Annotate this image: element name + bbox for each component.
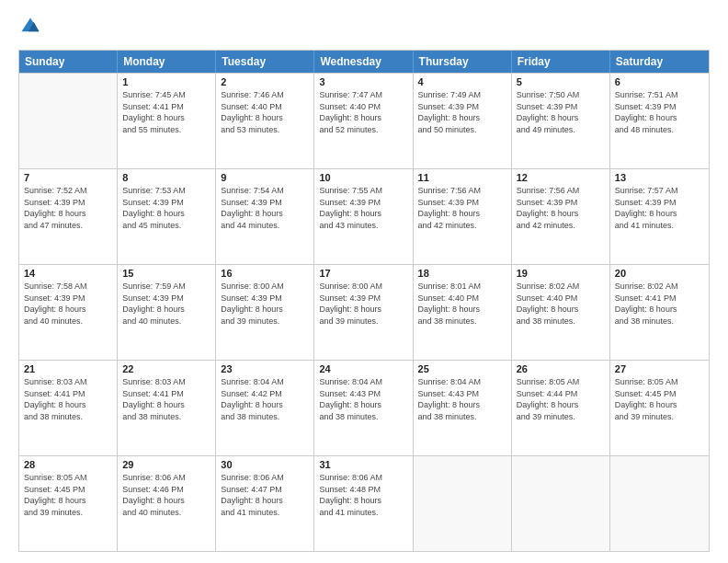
day-info: Sunrise: 8:04 AM Sunset: 4:42 PM Dayligh… xyxy=(221,376,309,422)
day-number: 25 xyxy=(418,363,506,374)
day-info: Sunrise: 7:54 AM Sunset: 4:39 PM Dayligh… xyxy=(221,185,309,231)
day-number: 11 xyxy=(418,172,506,183)
day-info: Sunrise: 7:53 AM Sunset: 4:39 PM Dayligh… xyxy=(122,185,210,231)
day-info: Sunrise: 8:05 AM Sunset: 4:45 PM Dayligh… xyxy=(615,376,704,422)
day-info: Sunrise: 7:55 AM Sunset: 4:39 PM Dayligh… xyxy=(319,185,407,231)
calendar-cell: 28Sunrise: 8:05 AM Sunset: 4:45 PM Dayli… xyxy=(19,456,118,551)
day-number: 4 xyxy=(418,76,506,87)
calendar-cell: 7Sunrise: 7:52 AM Sunset: 4:39 PM Daylig… xyxy=(19,169,118,264)
day-number: 19 xyxy=(517,268,605,279)
weekday-header-sunday: Sunday xyxy=(19,51,118,73)
calendar-cell: 29Sunrise: 8:06 AM Sunset: 4:46 PM Dayli… xyxy=(118,456,216,551)
day-number: 12 xyxy=(517,172,605,183)
calendar-body: 1Sunrise: 7:45 AM Sunset: 4:41 PM Daylig… xyxy=(19,73,709,551)
weekday-header-thursday: Thursday xyxy=(414,51,512,73)
calendar-cell: 8Sunrise: 7:53 AM Sunset: 4:39 PM Daylig… xyxy=(118,169,216,264)
weekday-header-saturday: Saturday xyxy=(610,51,709,73)
day-number: 6 xyxy=(615,76,704,87)
day-info: Sunrise: 7:58 AM Sunset: 4:39 PM Dayligh… xyxy=(24,281,112,327)
calendar-cell: 30Sunrise: 8:06 AM Sunset: 4:47 PM Dayli… xyxy=(216,456,314,551)
calendar-cell: 20Sunrise: 8:02 AM Sunset: 4:41 PM Dayli… xyxy=(610,265,709,360)
day-info: Sunrise: 7:45 AM Sunset: 4:41 PM Dayligh… xyxy=(122,89,210,135)
day-number: 26 xyxy=(517,363,605,374)
day-info: Sunrise: 7:51 AM Sunset: 4:39 PM Dayligh… xyxy=(615,89,704,135)
day-info: Sunrise: 8:03 AM Sunset: 4:41 PM Dayligh… xyxy=(24,376,112,422)
calendar-cell: 5Sunrise: 7:50 AM Sunset: 4:39 PM Daylig… xyxy=(512,74,610,168)
day-number: 20 xyxy=(615,268,704,279)
day-info: Sunrise: 7:56 AM Sunset: 4:39 PM Dayligh… xyxy=(517,185,605,231)
calendar-cell: 26Sunrise: 8:05 AM Sunset: 4:44 PM Dayli… xyxy=(512,361,610,455)
logo-icon xyxy=(20,17,40,37)
day-info: Sunrise: 7:46 AM Sunset: 4:40 PM Dayligh… xyxy=(221,89,309,135)
day-number: 24 xyxy=(319,363,407,374)
calendar-cell: 9Sunrise: 7:54 AM Sunset: 4:39 PM Daylig… xyxy=(216,169,314,264)
day-number: 2 xyxy=(221,76,309,87)
day-number: 15 xyxy=(122,268,210,279)
day-info: Sunrise: 7:56 AM Sunset: 4:39 PM Dayligh… xyxy=(418,185,506,231)
calendar-row-5: 28Sunrise: 8:05 AM Sunset: 4:45 PM Dayli… xyxy=(19,455,709,551)
day-number: 8 xyxy=(122,172,210,183)
calendar-row-4: 21Sunrise: 8:03 AM Sunset: 4:41 PM Dayli… xyxy=(19,360,709,455)
calendar-header: SundayMondayTuesdayWednesdayThursdayFrid… xyxy=(19,51,709,73)
calendar-cell: 23Sunrise: 8:04 AM Sunset: 4:42 PM Dayli… xyxy=(216,361,314,455)
day-number: 17 xyxy=(319,268,407,279)
day-info: Sunrise: 8:06 AM Sunset: 4:47 PM Dayligh… xyxy=(221,472,309,518)
day-info: Sunrise: 8:02 AM Sunset: 4:40 PM Dayligh… xyxy=(517,281,605,327)
day-number: 7 xyxy=(24,172,112,183)
calendar-cell: 25Sunrise: 8:04 AM Sunset: 4:43 PM Dayli… xyxy=(414,361,512,455)
day-number: 31 xyxy=(319,459,407,470)
day-number: 10 xyxy=(319,172,407,183)
day-number: 13 xyxy=(615,172,704,183)
calendar-cell: 22Sunrise: 8:03 AM Sunset: 4:41 PM Dayli… xyxy=(118,361,216,455)
calendar-cell: 2Sunrise: 7:46 AM Sunset: 4:40 PM Daylig… xyxy=(216,74,314,168)
day-number: 21 xyxy=(24,363,112,374)
day-info: Sunrise: 8:00 AM Sunset: 4:39 PM Dayligh… xyxy=(319,281,407,327)
day-number: 16 xyxy=(221,268,309,279)
calendar-cell: 18Sunrise: 8:01 AM Sunset: 4:40 PM Dayli… xyxy=(414,265,512,360)
calendar-cell: 14Sunrise: 7:58 AM Sunset: 4:39 PM Dayli… xyxy=(19,265,118,360)
calendar-row-3: 14Sunrise: 7:58 AM Sunset: 4:39 PM Dayli… xyxy=(19,264,709,360)
day-info: Sunrise: 8:00 AM Sunset: 4:39 PM Dayligh… xyxy=(221,281,309,327)
day-number: 30 xyxy=(221,459,309,470)
day-info: Sunrise: 8:02 AM Sunset: 4:41 PM Dayligh… xyxy=(615,281,704,327)
weekday-header-wednesday: Wednesday xyxy=(314,51,413,73)
day-number: 5 xyxy=(517,76,605,87)
day-info: Sunrise: 8:05 AM Sunset: 4:44 PM Dayligh… xyxy=(517,376,605,422)
day-number: 27 xyxy=(615,363,704,374)
calendar-cell: 31Sunrise: 8:06 AM Sunset: 4:48 PM Dayli… xyxy=(314,456,413,551)
header xyxy=(18,17,710,40)
day-number: 18 xyxy=(418,268,506,279)
day-number: 23 xyxy=(221,363,309,374)
calendar-cell: 17Sunrise: 8:00 AM Sunset: 4:39 PM Dayli… xyxy=(314,265,413,360)
calendar-cell: 4Sunrise: 7:49 AM Sunset: 4:39 PM Daylig… xyxy=(414,74,512,168)
calendar-cell xyxy=(414,456,512,551)
day-info: Sunrise: 7:52 AM Sunset: 4:39 PM Dayligh… xyxy=(24,185,112,231)
calendar-cell: 6Sunrise: 7:51 AM Sunset: 4:39 PM Daylig… xyxy=(610,74,709,168)
day-info: Sunrise: 7:49 AM Sunset: 4:39 PM Dayligh… xyxy=(418,89,506,135)
day-info: Sunrise: 8:01 AM Sunset: 4:40 PM Dayligh… xyxy=(418,281,506,327)
day-info: Sunrise: 8:04 AM Sunset: 4:43 PM Dayligh… xyxy=(319,376,407,422)
day-info: Sunrise: 8:04 AM Sunset: 4:43 PM Dayligh… xyxy=(418,376,506,422)
weekday-header-monday: Monday xyxy=(118,51,216,73)
calendar-cell: 13Sunrise: 7:57 AM Sunset: 4:39 PM Dayli… xyxy=(610,169,709,264)
day-info: Sunrise: 7:57 AM Sunset: 4:39 PM Dayligh… xyxy=(615,185,704,231)
day-info: Sunrise: 7:47 AM Sunset: 4:40 PM Dayligh… xyxy=(319,89,407,135)
calendar-cell xyxy=(512,456,610,551)
day-number: 3 xyxy=(319,76,407,87)
calendar-cell: 19Sunrise: 8:02 AM Sunset: 4:40 PM Dayli… xyxy=(512,265,610,360)
day-info: Sunrise: 7:59 AM Sunset: 4:39 PM Dayligh… xyxy=(122,281,210,327)
calendar-cell: 3Sunrise: 7:47 AM Sunset: 4:40 PM Daylig… xyxy=(314,74,413,168)
calendar-cell: 12Sunrise: 7:56 AM Sunset: 4:39 PM Dayli… xyxy=(512,169,610,264)
calendar-cell xyxy=(610,456,709,551)
weekday-header-tuesday: Tuesday xyxy=(216,51,314,73)
calendar-cell: 10Sunrise: 7:55 AM Sunset: 4:39 PM Dayli… xyxy=(314,169,413,264)
day-info: Sunrise: 8:05 AM Sunset: 4:45 PM Dayligh… xyxy=(24,472,112,518)
page: SundayMondayTuesdayWednesdayThursdayFrid… xyxy=(0,0,728,563)
day-number: 29 xyxy=(122,459,210,470)
calendar-cell: 24Sunrise: 8:04 AM Sunset: 4:43 PM Dayli… xyxy=(314,361,413,455)
calendar-cell: 21Sunrise: 8:03 AM Sunset: 4:41 PM Dayli… xyxy=(19,361,118,455)
calendar-row-1: 1Sunrise: 7:45 AM Sunset: 4:41 PM Daylig… xyxy=(19,73,709,168)
calendar: SundayMondayTuesdayWednesdayThursdayFrid… xyxy=(18,50,710,552)
day-info: Sunrise: 7:50 AM Sunset: 4:39 PM Dayligh… xyxy=(517,89,605,135)
calendar-cell: 15Sunrise: 7:59 AM Sunset: 4:39 PM Dayli… xyxy=(118,265,216,360)
